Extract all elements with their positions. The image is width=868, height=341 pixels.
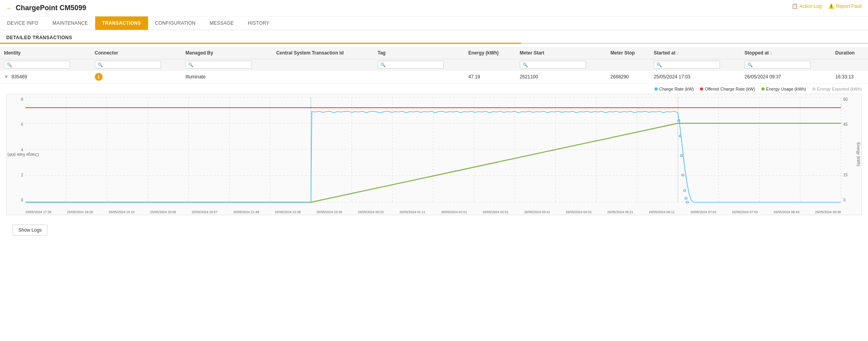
cell-tag xyxy=(374,71,465,83)
sort-started-at-icon[interactable]: ↕ xyxy=(677,51,679,55)
col-meter-start: Meter Start xyxy=(516,47,607,59)
legend-label-offered-charge-rate: Offered Charge Rate (kW) xyxy=(705,87,755,91)
x-label-9: 26/05/2024 01:11 xyxy=(400,210,425,214)
cell-stopped-at: 26/05/2024 09:37 xyxy=(741,71,832,83)
search-managed-by[interactable] xyxy=(185,61,251,69)
col-duration: Duration xyxy=(832,47,868,59)
x-label-18: 26/05/2024 08:45 xyxy=(774,210,799,214)
x-label-4: 25/05/2024 20:57 xyxy=(192,210,217,214)
legend-energy-usage: Energy Usage (kWh) xyxy=(761,87,806,91)
chart-inner xyxy=(25,97,841,202)
svg-line-29 xyxy=(311,123,678,202)
x-label-1: 25/05/2024 18:26 xyxy=(67,210,93,214)
x-label-14: 26/05/2024 05:21 xyxy=(607,210,633,214)
svg-point-33 xyxy=(679,135,681,137)
y-right-label-45: 45 xyxy=(843,122,848,127)
legend-label-energy-exported: Energy Exported (kWh) xyxy=(817,87,862,91)
connector-badge: 1 xyxy=(95,73,103,81)
svg-point-35 xyxy=(682,174,684,176)
page-header: ← ChargePoint CM5099 xyxy=(0,0,868,16)
search-tag[interactable] xyxy=(378,61,444,69)
search-started-at[interactable] xyxy=(654,61,720,69)
back-icon: ← xyxy=(6,5,13,11)
y-left-label-2: 2 xyxy=(21,173,23,177)
y-right-label-15: 15 xyxy=(843,173,848,177)
x-label-0: 25/05/2024 17:36 xyxy=(25,210,51,214)
transactions-table: Identity Connector Managed By Central Sy… xyxy=(0,47,868,83)
y-axis-right-title: Energy (kWh) xyxy=(856,142,861,166)
legend-dot-charge-rate xyxy=(655,87,658,91)
tab-maintenance[interactable]: MAINTENANCE xyxy=(45,16,95,30)
cell-duration: 16:33:13 xyxy=(832,71,868,83)
tab-transactions[interactable]: TRANSACTIONS xyxy=(95,16,148,30)
x-label-16: 26/05/2024 07:02 xyxy=(691,210,716,214)
chart-svg xyxy=(25,97,841,202)
search-identity[interactable] xyxy=(4,61,70,69)
chart-area: Charge Rate (kW) Offered Charge Rate (kW… xyxy=(0,83,868,221)
search-meter-start[interactable] xyxy=(520,61,586,69)
action-log-icon: 📋 xyxy=(792,3,798,9)
cell-energy: 47.19 xyxy=(465,71,516,83)
cell-meter-start: 2621100 xyxy=(516,71,607,83)
x-label-10: 26/05/2024 02:01 xyxy=(441,210,467,214)
tab-bar: DEVICE INFO MAINTENANCE TRANSACTIONS CON… xyxy=(0,16,868,30)
search-connector[interactable] xyxy=(95,61,161,69)
x-label-2: 25/05/2024 19:15 xyxy=(108,210,134,214)
table-search-row xyxy=(0,59,868,71)
x-label-12: 26/05/2024 03:41 xyxy=(524,210,550,214)
chart-wrapper: 8 6 4 2 0 60 45 30 15 0 Charge Rate (kW)… xyxy=(6,94,862,215)
col-tag: Tag xyxy=(374,47,465,59)
svg-point-34 xyxy=(680,154,683,156)
chart-legend: Charge Rate (kW) Offered Charge Rate (kW… xyxy=(6,87,862,91)
x-label-6: 25/05/2024 22:38 xyxy=(275,210,301,214)
y-left-label-6: 6 xyxy=(21,122,23,127)
table-header-row: Identity Connector Managed By Central Sy… xyxy=(0,47,868,59)
col-managed-by: Managed By xyxy=(181,47,272,59)
legend-label-energy-usage: Energy Usage (kWh) xyxy=(766,87,806,91)
y-left-label-8: 8 xyxy=(21,97,23,102)
tab-device-info[interactable]: DEVICE INFO xyxy=(0,16,45,30)
cell-managed-by: Illuminate xyxy=(181,71,272,83)
svg-point-36 xyxy=(684,190,686,192)
legend-dot-energy-exported xyxy=(812,87,816,91)
x-label-13: 26/05/2024 04:31 xyxy=(566,210,591,214)
show-logs-button[interactable]: Show Logs xyxy=(13,225,47,236)
col-stopped-at: Stopped at ↕ xyxy=(741,47,832,59)
cell-started-at: 25/05/2024 17:03 xyxy=(650,71,741,83)
cell-meter-stop: 2668290 xyxy=(607,71,650,83)
col-meter-stop: Meter Stop xyxy=(607,47,650,59)
x-axis-labels: 25/05/2024 17:36 25/05/2024 18:26 25/05/… xyxy=(25,210,841,214)
svg-point-38 xyxy=(686,201,689,203)
action-log-button[interactable]: 📋 Action Log xyxy=(792,3,822,9)
col-central-system-id: Central System Transaction Id xyxy=(272,47,374,59)
back-button[interactable]: ← xyxy=(6,5,13,12)
cell-central-system-id xyxy=(272,71,374,83)
search-stopped-at[interactable] xyxy=(745,61,811,69)
sort-stopped-at-icon[interactable]: ↕ xyxy=(770,51,772,55)
x-label-7: 25/05/2024 23:30 xyxy=(316,210,342,214)
legend-energy-exported: Energy Exported (kWh) xyxy=(812,87,862,91)
legend-offered-charge-rate: Offered Charge Rate (kW) xyxy=(700,87,755,91)
tab-message[interactable]: MESSAGE xyxy=(203,16,241,30)
expand-row-button[interactable]: ▼ xyxy=(4,74,9,80)
report-fault-icon: ⚠️ xyxy=(828,3,834,9)
top-actions: 📋 Action Log ⚠️ Report Fault xyxy=(792,3,862,9)
x-label-15: 26/05/2024 06:11 xyxy=(649,210,675,214)
x-label-19: 26/05/2024 09:36 xyxy=(815,210,841,214)
section-divider xyxy=(0,43,868,44)
tab-history[interactable]: HISTORY xyxy=(241,16,277,30)
col-connector: Connector xyxy=(91,47,182,59)
x-label-17: 26/05/2024 07:53 xyxy=(732,210,758,214)
x-label-3: 25/05/2024 20:06 xyxy=(150,210,176,214)
legend-label-charge-rate: Charge Rate (kW) xyxy=(659,87,694,91)
report-fault-label: Report Fault xyxy=(836,4,862,9)
legend-dot-energy-usage xyxy=(761,87,765,91)
cell-identity: 835469 xyxy=(11,74,27,80)
legend-dot-offered-charge-rate xyxy=(700,87,703,91)
action-log-label: Action Log xyxy=(799,4,822,9)
tab-configuration[interactable]: CONFIGURATION xyxy=(148,16,203,30)
report-fault-button[interactable]: ⚠️ Report Fault xyxy=(828,3,862,9)
table-row: ▼ 835469 1 Illuminate 47.19 2621100 2668… xyxy=(0,71,868,83)
col-started-at: Started at ↕ xyxy=(650,47,741,59)
col-energy: Energy (kWh) xyxy=(465,47,516,59)
